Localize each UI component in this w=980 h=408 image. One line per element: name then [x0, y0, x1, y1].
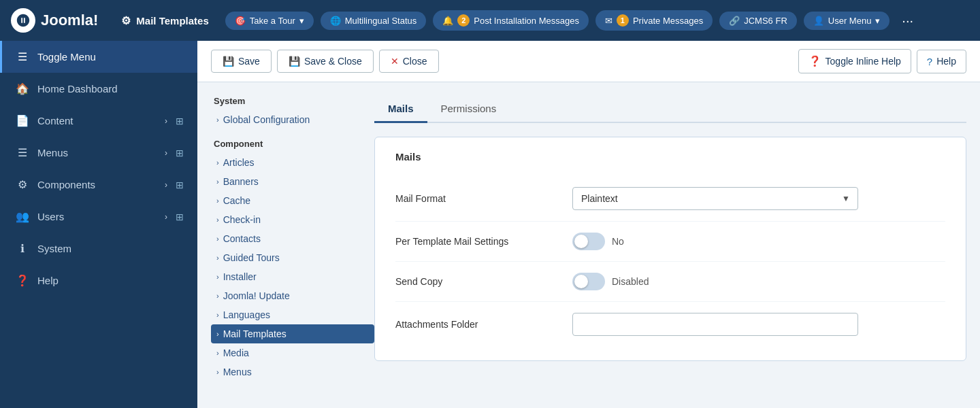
nav-checkin-label: Check-in [223, 214, 261, 225]
nav-installer[interactable]: › Installer [211, 267, 374, 286]
sidebar-home-dashboard[interactable]: 🏠 Home Dashboard [0, 73, 197, 105]
components-add-icon: ⊞ [176, 180, 184, 190]
per-template-toggle-wrapper: No [572, 233, 945, 250]
mail-format-select[interactable]: Plaintext HTML Both [572, 187, 858, 210]
mail-icon: ✉ [605, 16, 612, 26]
private-messages-button[interactable]: ✉ 1 Private Messages [595, 10, 713, 31]
nav-arrow-contacts: › [216, 235, 219, 243]
panel: System › Global Configuration Component … [197, 82, 980, 395]
send-copy-toggle[interactable] [572, 273, 605, 290]
user-menu-button[interactable]: 👤 User Menu ▾ [804, 12, 890, 30]
attachments-folder-input[interactable] [572, 313, 858, 336]
system-icon: ℹ [16, 242, 29, 255]
attachments-folder-control [572, 313, 945, 336]
form-card-title: Mails [395, 151, 945, 163]
sidebar-item-menus[interactable]: ☰ Menus › ⊞ [0, 137, 197, 169]
toggle-inline-help-button[interactable]: ❓ Toggle Inline Help [798, 49, 911, 73]
tour-icon: 🎯 [235, 16, 246, 26]
joomla-logo[interactable]: Joomla! [11, 8, 98, 33]
help-label: Help [936, 56, 956, 67]
close-label: Close [403, 56, 427, 67]
take-tour-label: Take a Tour [250, 16, 295, 26]
toggle-menu-label: Toggle Menu [37, 51, 184, 63]
tab-mails[interactable]: Mails [374, 96, 427, 123]
toolbar: 💾 Save 💾 Save & Close ✕ Close ❓ Toggle I… [197, 41, 980, 82]
user-icon: 👤 [813, 16, 824, 26]
toggle-icon: ☰ [16, 50, 29, 63]
menus-arrow: › [165, 148, 167, 158]
nav-joomla-update[interactable]: › Joomla! Update [211, 286, 374, 305]
sidebar-item-content[interactable]: 📄 Content › ⊞ [0, 105, 197, 137]
mails-form-card: Mails Mail Format Plaintext HTML Both [374, 137, 966, 361]
save-icon: 💾 [223, 56, 234, 67]
post-install-button[interactable]: 🔔 2 Post Installation Messages [433, 10, 589, 31]
sidebar-item-components[interactable]: ⚙ Components › ⊞ [0, 169, 197, 201]
nav-languages-label: Languages [223, 309, 270, 320]
jcms-label: JCMS6 FR [744, 16, 787, 26]
nav-menus[interactable]: › Menus [211, 362, 374, 381]
sidebar-item-help[interactable]: ❓ Help [0, 265, 197, 296]
system-label: System [37, 243, 184, 254]
mail-format-label: Mail Format [395, 193, 572, 204]
bell-icon: 🔔 [442, 16, 453, 26]
private-msg-badge: 1 [617, 14, 629, 27]
content-add-icon: ⊞ [176, 116, 184, 126]
nav-arrow-menus: › [216, 368, 219, 376]
nav-mail-templates-label: Mail Templates [223, 328, 287, 339]
menus-add-icon: ⊞ [176, 148, 184, 158]
nav-global-config[interactable]: › Global Configuration [211, 110, 374, 129]
per-template-label: Per Template Mail Settings [395, 236, 572, 247]
sidebar-item-system[interactable]: ℹ System [0, 233, 197, 265]
save-close-button[interactable]: 💾 Save & Close [277, 50, 374, 73]
nav-contacts[interactable]: › Contacts [211, 229, 374, 248]
sidebar-item-users[interactable]: 👥 Users › ⊞ [0, 201, 197, 233]
nav-languages[interactable]: › Languages [211, 305, 374, 324]
nav-checkin[interactable]: › Check-in [211, 210, 374, 229]
nav-cache[interactable]: › Cache [211, 191, 374, 210]
logo-text: Joomla! [41, 12, 98, 29]
sidebar-toggle-menu[interactable]: ☰ Toggle Menu [0, 41, 197, 73]
app-title: Mail Templates [136, 15, 208, 27]
save-button[interactable]: 💾 Save [211, 50, 272, 73]
topbar: Joomla! ⚙ Mail Templates 🎯 Take a Tour ▾… [0, 0, 980, 41]
close-button[interactable]: ✕ Close [379, 50, 439, 73]
help-label: Help [37, 275, 184, 286]
post-install-badge: 2 [457, 14, 470, 27]
close-icon: ✕ [391, 56, 399, 67]
help-button[interactable]: ? Help [917, 50, 966, 73]
help-icon: ❓ [16, 274, 29, 287]
users-add-icon: ⊞ [176, 211, 184, 222]
jcms-button[interactable]: 🔗 JCMS6 FR [719, 12, 797, 30]
multilingual-label: Multilingual Status [345, 16, 417, 26]
home-label: Home Dashboard [37, 83, 184, 95]
nav-mail-templates[interactable]: › Mail Templates [211, 324, 374, 343]
multilingual-button[interactable]: 🌐 Multilingual Status [321, 12, 427, 30]
tab-permissions-label: Permissions [441, 103, 497, 114]
nav-guided-tours[interactable]: › Guided Tours [211, 248, 374, 267]
send-copy-status: Disabled [612, 276, 649, 287]
tab-permissions[interactable]: Permissions [427, 96, 510, 123]
nav-articles[interactable]: › Articles [211, 153, 374, 172]
per-template-control: No [572, 233, 945, 250]
components-label: Components [37, 179, 157, 190]
post-install-label: Post Installation Messages [474, 16, 579, 26]
nav-arrow-languages: › [216, 311, 219, 319]
nav-menus-label: Menus [223, 367, 252, 377]
nav-media[interactable]: › Media [211, 343, 374, 362]
nav-banners-label: Banners [223, 176, 259, 187]
send-copy-toggle-wrapper: Disabled [572, 273, 945, 290]
nav-arrow-guided-tours: › [216, 254, 219, 262]
components-icon: ⚙ [16, 178, 29, 191]
gear-icon: ⚙ [121, 14, 131, 27]
take-tour-button[interactable]: 🎯 Take a Tour ▾ [225, 12, 314, 30]
content-arrow: › [165, 116, 167, 126]
per-template-toggle[interactable] [572, 233, 605, 250]
nav-cache-label: Cache [223, 195, 250, 206]
save-label: Save [238, 56, 260, 67]
attachments-folder-label: Attachments Folder [395, 319, 572, 330]
more-options-button[interactable]: ··· [896, 10, 919, 31]
home-icon: 🏠 [16, 82, 29, 95]
nav-contacts-label: Contacts [223, 233, 261, 244]
menus-label: Menus [37, 147, 157, 158]
nav-banners[interactable]: › Banners [211, 172, 374, 191]
